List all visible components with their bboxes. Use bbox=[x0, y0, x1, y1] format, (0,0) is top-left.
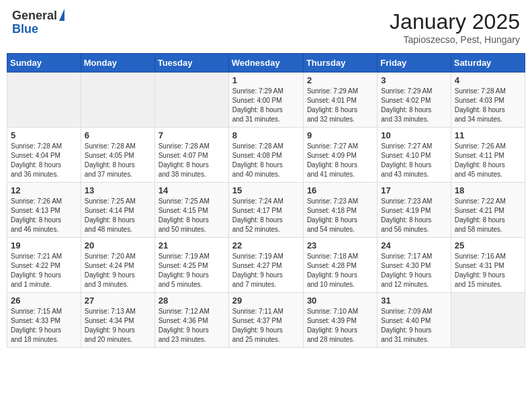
day-number: 9 bbox=[307, 130, 373, 140]
day-number: 13 bbox=[85, 185, 151, 195]
calendar-cell: 9Sunrise: 7:27 AMSunset: 4:09 PMDaylight… bbox=[303, 128, 377, 183]
day-content: Sunrise: 7:26 AMSunset: 4:13 PMDaylight:… bbox=[11, 197, 77, 234]
weekday-header-monday: Monday bbox=[81, 54, 154, 73]
title-area: January 2025 Tapioszecso, Pest, Hungary bbox=[390, 9, 520, 45]
calendar-cell: 13Sunrise: 7:25 AMSunset: 4:14 PMDayligh… bbox=[81, 183, 154, 238]
day-number: 29 bbox=[232, 295, 300, 306]
calendar-cell: 24Sunrise: 7:17 AMSunset: 4:30 PMDayligh… bbox=[378, 238, 451, 293]
calendar-cell: 8Sunrise: 7:28 AMSunset: 4:08 PMDaylight… bbox=[228, 128, 303, 183]
day-number: 4 bbox=[455, 75, 521, 85]
day-number: 25 bbox=[455, 240, 521, 250]
calendar-cell: 2Sunrise: 7:29 AMSunset: 4:01 PMDaylight… bbox=[303, 73, 377, 128]
day-number: 26 bbox=[11, 295, 77, 306]
day-content: Sunrise: 7:21 AMSunset: 4:22 PMDaylight:… bbox=[11, 252, 77, 289]
day-number: 6 bbox=[85, 130, 151, 140]
calendar-cell: 14Sunrise: 7:25 AMSunset: 4:15 PMDayligh… bbox=[154, 183, 228, 238]
day-number: 2 bbox=[307, 75, 373, 85]
day-number: 7 bbox=[159, 130, 225, 140]
calendar-cell: 11Sunrise: 7:26 AMSunset: 4:11 PMDayligh… bbox=[451, 128, 525, 183]
calendar-cell bbox=[154, 73, 228, 128]
calendar-cell: 18Sunrise: 7:22 AMSunset: 4:21 PMDayligh… bbox=[451, 183, 525, 238]
day-content: Sunrise: 7:27 AMSunset: 4:10 PMDaylight:… bbox=[381, 142, 447, 179]
day-content: Sunrise: 7:15 AMSunset: 4:33 PMDaylight:… bbox=[11, 307, 77, 345]
location-subtitle: Tapioszecso, Pest, Hungary bbox=[390, 34, 520, 45]
day-number: 24 bbox=[381, 240, 447, 250]
day-content: Sunrise: 7:09 AMSunset: 4:40 PMDaylight:… bbox=[381, 307, 447, 345]
calendar-cell: 30Sunrise: 7:10 AMSunset: 4:39 PMDayligh… bbox=[303, 293, 377, 348]
day-content: Sunrise: 7:29 AMSunset: 4:00 PMDaylight:… bbox=[232, 87, 300, 124]
calendar-cell bbox=[81, 73, 154, 128]
weekday-header-tuesday: Tuesday bbox=[154, 54, 228, 73]
day-number: 16 bbox=[307, 185, 373, 195]
logo: General Blue bbox=[12, 9, 64, 36]
day-number: 31 bbox=[381, 295, 447, 306]
calendar-table: SundayMondayTuesdayWednesdayThursdayFrid… bbox=[7, 53, 525, 348]
logo-text: General Blue bbox=[12, 9, 64, 36]
calendar-cell: 19Sunrise: 7:21 AMSunset: 4:22 PMDayligh… bbox=[7, 238, 81, 293]
calendar-cell bbox=[7, 73, 81, 128]
day-content: Sunrise: 7:29 AMSunset: 4:02 PMDaylight:… bbox=[381, 87, 447, 124]
day-number: 11 bbox=[455, 130, 521, 140]
weekday-header-friday: Friday bbox=[378, 54, 451, 73]
calendar-cell: 5Sunrise: 7:28 AMSunset: 4:04 PMDaylight… bbox=[7, 128, 81, 183]
month-title: January 2025 bbox=[390, 9, 520, 34]
calendar-cell: 28Sunrise: 7:12 AMSunset: 4:36 PMDayligh… bbox=[154, 293, 228, 348]
day-content: Sunrise: 7:25 AMSunset: 4:15 PMDaylight:… bbox=[159, 197, 225, 234]
day-number: 5 bbox=[11, 130, 77, 140]
day-number: 17 bbox=[381, 185, 447, 195]
day-number: 30 bbox=[307, 295, 373, 306]
day-number: 23 bbox=[307, 240, 373, 250]
day-content: Sunrise: 7:28 AMSunset: 4:07 PMDaylight:… bbox=[159, 142, 225, 179]
day-content: Sunrise: 7:17 AMSunset: 4:30 PMDaylight:… bbox=[381, 252, 447, 289]
day-content: Sunrise: 7:19 AMSunset: 4:27 PMDaylight:… bbox=[232, 252, 300, 289]
day-content: Sunrise: 7:11 AMSunset: 4:37 PMDaylight:… bbox=[232, 307, 300, 345]
day-content: Sunrise: 7:25 AMSunset: 4:14 PMDaylight:… bbox=[85, 197, 151, 234]
calendar-cell: 27Sunrise: 7:13 AMSunset: 4:34 PMDayligh… bbox=[81, 293, 154, 348]
day-number: 28 bbox=[159, 295, 225, 306]
calendar-cell: 17Sunrise: 7:23 AMSunset: 4:19 PMDayligh… bbox=[378, 183, 451, 238]
day-content: Sunrise: 7:28 AMSunset: 4:05 PMDaylight:… bbox=[85, 142, 151, 179]
calendar-cell: 23Sunrise: 7:18 AMSunset: 4:28 PMDayligh… bbox=[303, 238, 377, 293]
day-number: 12 bbox=[11, 185, 77, 195]
day-number: 10 bbox=[381, 130, 447, 140]
day-number: 21 bbox=[159, 240, 225, 250]
day-content: Sunrise: 7:29 AMSunset: 4:01 PMDaylight:… bbox=[307, 87, 373, 124]
logo-general: General bbox=[12, 9, 57, 23]
calendar-cell: 1Sunrise: 7:29 AMSunset: 4:00 PMDaylight… bbox=[228, 73, 303, 128]
day-content: Sunrise: 7:27 AMSunset: 4:09 PMDaylight:… bbox=[307, 142, 373, 179]
calendar-cell: 12Sunrise: 7:26 AMSunset: 4:13 PMDayligh… bbox=[7, 183, 81, 238]
calendar-week-row: 26Sunrise: 7:15 AMSunset: 4:33 PMDayligh… bbox=[7, 293, 525, 348]
weekday-header-row: SundayMondayTuesdayWednesdayThursdayFrid… bbox=[7, 54, 525, 73]
weekday-header-saturday: Saturday bbox=[451, 54, 525, 73]
logo-triangle-icon bbox=[59, 9, 64, 21]
calendar-cell: 10Sunrise: 7:27 AMSunset: 4:10 PMDayligh… bbox=[378, 128, 451, 183]
day-number: 19 bbox=[11, 240, 77, 250]
calendar-cell: 4Sunrise: 7:28 AMSunset: 4:03 PMDaylight… bbox=[451, 73, 525, 128]
day-content: Sunrise: 7:13 AMSunset: 4:34 PMDaylight:… bbox=[85, 307, 151, 345]
calendar-cell: 25Sunrise: 7:16 AMSunset: 4:31 PMDayligh… bbox=[451, 238, 525, 293]
weekday-header-thursday: Thursday bbox=[303, 54, 377, 73]
weekday-header-sunday: Sunday bbox=[7, 54, 81, 73]
day-content: Sunrise: 7:26 AMSunset: 4:11 PMDaylight:… bbox=[455, 142, 521, 179]
day-number: 18 bbox=[455, 185, 521, 195]
day-content: Sunrise: 7:28 AMSunset: 4:04 PMDaylight:… bbox=[11, 142, 77, 179]
calendar-week-row: 19Sunrise: 7:21 AMSunset: 4:22 PMDayligh… bbox=[7, 238, 525, 293]
calendar-cell: 21Sunrise: 7:19 AMSunset: 4:25 PMDayligh… bbox=[154, 238, 228, 293]
day-number: 15 bbox=[232, 185, 300, 195]
calendar-cell: 29Sunrise: 7:11 AMSunset: 4:37 PMDayligh… bbox=[228, 293, 303, 348]
calendar-cell: 7Sunrise: 7:28 AMSunset: 4:07 PMDaylight… bbox=[154, 128, 228, 183]
day-content: Sunrise: 7:23 AMSunset: 4:19 PMDaylight:… bbox=[381, 197, 447, 234]
day-content: Sunrise: 7:23 AMSunset: 4:18 PMDaylight:… bbox=[307, 197, 373, 234]
day-content: Sunrise: 7:20 AMSunset: 4:24 PMDaylight:… bbox=[85, 252, 151, 289]
day-content: Sunrise: 7:18 AMSunset: 4:28 PMDaylight:… bbox=[307, 252, 373, 289]
day-content: Sunrise: 7:28 AMSunset: 4:08 PMDaylight:… bbox=[232, 142, 300, 179]
day-number: 1 bbox=[232, 75, 300, 85]
day-number: 3 bbox=[381, 75, 447, 85]
calendar-cell: 31Sunrise: 7:09 AMSunset: 4:40 PMDayligh… bbox=[378, 293, 451, 348]
calendar-cell bbox=[451, 293, 525, 348]
calendar-cell: 26Sunrise: 7:15 AMSunset: 4:33 PMDayligh… bbox=[7, 293, 81, 348]
calendar-week-row: 12Sunrise: 7:26 AMSunset: 4:13 PMDayligh… bbox=[7, 183, 525, 238]
calendar-cell: 15Sunrise: 7:24 AMSunset: 4:17 PMDayligh… bbox=[228, 183, 303, 238]
day-content: Sunrise: 7:12 AMSunset: 4:36 PMDaylight:… bbox=[159, 307, 225, 345]
day-content: Sunrise: 7:19 AMSunset: 4:25 PMDaylight:… bbox=[159, 252, 225, 289]
